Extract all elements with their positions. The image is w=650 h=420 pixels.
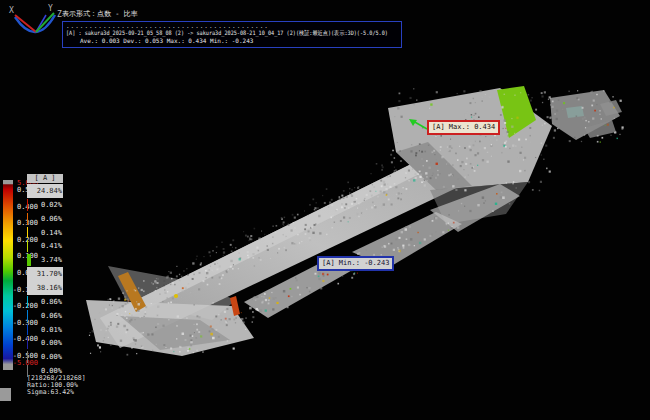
point-cloud <box>86 86 624 356</box>
comparison-info-box: ........................................… <box>62 21 402 48</box>
histogram-row: 0.06% <box>27 212 63 226</box>
y-axis-label: Y <box>48 4 53 13</box>
histogram-row: 3.74% <box>27 253 63 267</box>
histogram-row: 0.00% <box>27 350 63 364</box>
yellow-dot <box>174 294 178 298</box>
axis-gizmo[interactable]: X Y Z <box>2 2 66 50</box>
viewport-3d[interactable] <box>0 0 650 420</box>
app-window: X Y Z 表示形式：点数 - 比率 .....................… <box>0 0 650 420</box>
histogram-row: 0.00% <box>27 336 63 350</box>
histogram-row: 0.41% <box>27 239 63 253</box>
scale-footer: [218268/218268] Ratio:100.00% Sigma:63.4… <box>27 375 86 396</box>
max-annotation[interactable]: [A] Max.: 0.434 <box>427 120 500 135</box>
histogram-row: 31.70% <box>27 267 63 281</box>
histogram-row: 0.86% <box>27 295 63 309</box>
histogram-row: 0.06% <box>27 309 63 323</box>
percent-rows: 24.84%0.02%0.06%0.14%0.41%3.74%31.70%38.… <box>27 184 63 378</box>
corner-block <box>0 388 11 401</box>
stats-line: Ave.: 0.003 Dev.: 0.053 Max.: 0.434 Min.… <box>66 37 398 45</box>
histogram-row: 38.16% <box>27 281 63 295</box>
histogram-row: 0.01% <box>27 323 63 337</box>
sigma-value: Sigma:63.42% <box>27 389 86 396</box>
histogram-row: 24.84% <box>27 184 63 198</box>
scale-column-header: [ A ] <box>27 174 63 183</box>
min-annotation[interactable]: [A] Min.: -0.243 <box>317 256 394 271</box>
x-axis-label: X <box>9 6 14 15</box>
histogram-row: 0.02% <box>27 198 63 212</box>
comparison-header: 表示形式：点数 - 比率 ...........................… <box>62 9 402 48</box>
comparison-line: [A] : sakura3d_2025-09-21_05_58_08 (2) -… <box>66 29 352 37</box>
histogram-row: 0.14% <box>27 226 63 240</box>
display-mode-label: 表示形式：点数 - 比率 <box>62 9 402 20</box>
